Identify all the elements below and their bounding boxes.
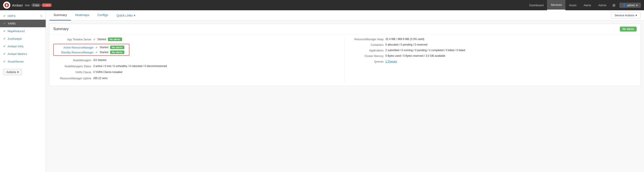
- user-label: admin: [627, 3, 635, 7]
- topnav-links: Dashboard Services Hosts Alerts Admin: [526, 0, 610, 10]
- smartsense-status-icon: ✔: [3, 60, 6, 63]
- queues-link[interactable]: 1 Queues: [385, 60, 397, 63]
- standby-rm-alerts: No alerts: [110, 51, 124, 54]
- ambari-metrics-label: Ambari Metrics: [8, 52, 27, 56]
- sidebar: ✔ HDFS ↻ ✔ YARN ✔ MapReduce2 ✔ ZooKeeper…: [0, 10, 46, 172]
- user-dropdown-icon: ▾: [636, 3, 638, 7]
- yarn-status-icon: ✔: [3, 22, 6, 25]
- rm-uptime-row: ResourceManager Uptime 285.22 secs: [53, 77, 340, 80]
- apps-grid-icon[interactable]: ⊞: [610, 0, 618, 10]
- summary-title: Summary: [53, 27, 68, 31]
- content-area: Summary Heatmaps Configs Quick Links ▾ S…: [46, 10, 644, 172]
- quick-links-label: Quick Links: [116, 14, 132, 17]
- service-actions-icon: ▾: [636, 14, 637, 17]
- brand-name: Ambari: [12, 3, 23, 7]
- nav-dashboard[interactable]: Dashboard: [526, 0, 547, 10]
- rm-uptime-label: ResourceManager Uptime: [53, 77, 91, 80]
- app-timeline-status: Started: [98, 38, 106, 41]
- svg-point-1: [6, 5, 8, 6]
- app-timeline-alerts: No alerts: [108, 38, 122, 41]
- alert-badge[interactable]: 1 alert: [42, 3, 52, 7]
- rm-heap-label: ResourceManager Heap: [350, 38, 384, 41]
- active-rm-status: Started: [100, 46, 108, 49]
- yarn-clients-link[interactable]: YARN Clients: [75, 71, 91, 74]
- user-icon: 👤: [622, 3, 626, 7]
- nav-hosts[interactable]: Hosts: [566, 0, 580, 10]
- yarn-clients-label: YARN Clients: [53, 71, 91, 74]
- quick-links-icon: ▾: [134, 14, 135, 17]
- sidebar-item-ambari-infra[interactable]: ✔ Ambari Infra: [0, 42, 46, 50]
- rm-heap-value: 32.4 MB / 989.9 MB (3.3% used): [385, 38, 636, 41]
- active-rm-label-cell: Active ResourceManager: [56, 46, 94, 49]
- tab-configs[interactable]: Configs: [94, 10, 112, 20]
- sidebar-item-smartsense[interactable]: ✔ SmartSense: [0, 58, 46, 65]
- actions-button[interactable]: Actions ▾: [3, 69, 22, 75]
- ambari-metrics-status-icon: ✔: [3, 52, 6, 56]
- user-menu[interactable]: 👤 admin ▾: [619, 3, 641, 8]
- cluster-memory-row: Cluster Memory 0 Bytes used / 0 Bytes re…: [350, 54, 636, 58]
- sidebar-actions: Actions ▾: [0, 66, 46, 78]
- standby-rm-link[interactable]: Standby ResourceManager: [61, 51, 94, 54]
- containers-label: Containers: [350, 43, 384, 46]
- active-rm-row: Active ResourceManager ✔ Started No aler…: [56, 46, 127, 49]
- nodemanagers-value: 3/3 Started: [93, 59, 340, 62]
- standby-rm-status: Started: [100, 51, 108, 54]
- yarn-clients-row: YARN Clients 3 YARN Clients Installed: [53, 71, 340, 74]
- sidebar-item-zookeeper[interactable]: ✔ ZooKeeper: [0, 35, 46, 42]
- summary-header: Summary No alerts: [49, 24, 641, 34]
- yarn-clients-value: 3 YARN Clients Installed: [93, 71, 340, 74]
- active-rm-status-icon: ✔: [96, 46, 98, 49]
- app-timeline-link[interactable]: App Timeline Server: [67, 38, 91, 41]
- sidebar-item-ambari-metrics[interactable]: ✔ Ambari Metrics: [0, 50, 46, 58]
- cluster-memory-value: 0 Bytes used / 0 Bytes reserved / 3.0 GB…: [385, 54, 636, 57]
- zookeeper-status-icon: ✔: [3, 37, 6, 40]
- topnav: Ambari test 0 ops 1 alert Dashboard Serv…: [0, 0, 644, 10]
- rm-heap-row: ResourceManager Heap 32.4 MB / 989.9 MB …: [350, 38, 636, 41]
- ambari-infra-status-icon: ✔: [3, 44, 6, 48]
- zookeeper-label: ZooKeeper: [8, 37, 22, 40]
- logo: [3, 1, 10, 9]
- smartsense-label: SmartSense: [8, 60, 24, 63]
- quick-links-dropdown[interactable]: Quick Links ▾: [116, 14, 135, 17]
- tabs-bar: Summary Heatmaps Configs Quick Links ▾ S…: [46, 10, 644, 20]
- nodemanagers-status-value: 3 active / 0 lost / 0 unhealthy / 0 rebo…: [93, 65, 340, 68]
- nav-admin[interactable]: Admin: [595, 0, 610, 10]
- app-timeline-row: App Timeline Server ✔ Started No alerts: [53, 38, 340, 41]
- service-actions-label: Service Actions: [614, 14, 634, 17]
- containers-value: 0 allocated / 0 pending / 0 reserved: [385, 43, 636, 46]
- containers-row: Containers 0 allocated / 0 pending / 0 r…: [350, 43, 636, 46]
- actions-dropdown-icon: ▾: [17, 70, 19, 74]
- hdfs-refresh-icon[interactable]: ↻: [40, 14, 42, 18]
- main-layout: ✔ HDFS ↻ ✔ YARN ✔ MapReduce2 ✔ ZooKeeper…: [0, 10, 644, 172]
- no-alerts-badge: No alerts: [620, 27, 636, 31]
- nav-alerts[interactable]: Alerts: [580, 0, 594, 10]
- summary-left: App Timeline Server ✔ Started No alerts …: [53, 38, 340, 83]
- service-actions-button[interactable]: Service Actions ▾: [611, 12, 640, 18]
- tab-summary[interactable]: Summary: [50, 10, 71, 20]
- standby-rm-row: Standby ResourceManager ✔ Started No ale…: [56, 51, 127, 54]
- summary-body: App Timeline Server ✔ Started No alerts …: [49, 34, 641, 86]
- app-timeline-label: App Timeline Server: [53, 38, 91, 41]
- active-rm-link[interactable]: Active ResourceManager: [63, 46, 94, 49]
- rm-uptime-value: 285.22 secs: [93, 77, 340, 80]
- brand[interactable]: Ambari: [3, 1, 23, 9]
- standby-rm-status-icon: ✔: [96, 51, 98, 54]
- active-rm-alerts: No alerts: [110, 46, 124, 49]
- sidebar-item-hdfs[interactable]: ✔ HDFS ↻: [0, 12, 46, 20]
- sidebar-item-yarn[interactable]: ✔ YARN: [0, 20, 46, 27]
- yarn-label: YARN: [8, 22, 16, 25]
- nav-services[interactable]: Services: [547, 0, 566, 10]
- hdfs-status-icon: ✔: [3, 14, 6, 18]
- ambari-infra-label: Ambari Infra: [8, 45, 24, 48]
- nodemanagers-label: NodeManagers: [53, 59, 91, 62]
- applications-row: Applications 2 submitted / 0 running / 0…: [350, 49, 636, 52]
- standby-rm-label-cell: Standby ResourceManager: [56, 51, 94, 54]
- tab-heatmaps[interactable]: Heatmaps: [71, 10, 94, 20]
- actions-label: Actions: [6, 70, 16, 74]
- ops-badge[interactable]: 0 ops: [31, 3, 40, 7]
- nodemanagers-link[interactable]: NodeManagers: [73, 59, 91, 62]
- nodemanagers-status-label: NodeManagers Status: [53, 65, 91, 68]
- applications-label: Applications: [350, 49, 384, 52]
- sidebar-item-mapreduce2[interactable]: ✔ MapReduce2: [0, 27, 46, 35]
- mapreduce2-label: MapReduce2: [8, 29, 25, 33]
